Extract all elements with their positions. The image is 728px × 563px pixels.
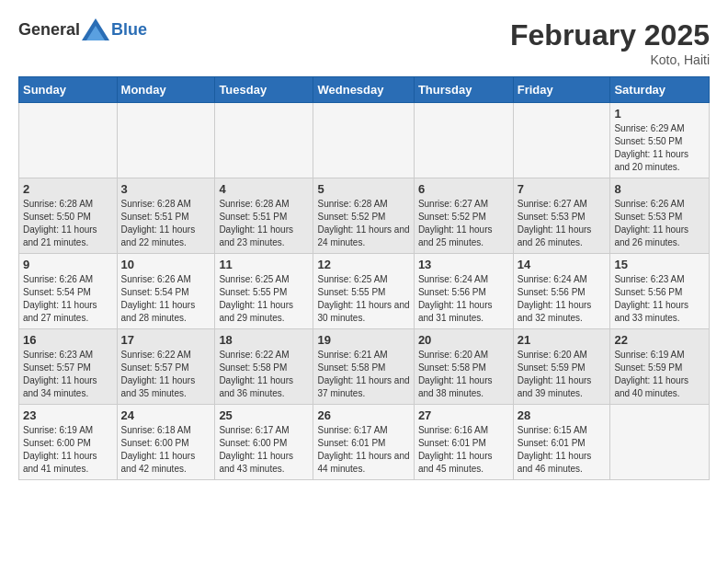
day-info: Sunrise: 6:28 AM Sunset: 5:51 PM Dayligh…	[219, 198, 309, 249]
calendar-cell	[513, 103, 610, 178]
calendar-cell: 22Sunrise: 6:19 AM Sunset: 5:59 PM Dayli…	[610, 329, 710, 405]
day-number: 6	[418, 182, 509, 196]
day-number: 24	[121, 408, 211, 422]
day-number: 15	[614, 258, 705, 271]
calendar-cell: 4Sunrise: 6:28 AM Sunset: 5:51 PM Daylig…	[215, 178, 313, 254]
day-info: Sunrise: 6:22 AM Sunset: 5:58 PM Dayligh…	[219, 349, 309, 400]
calendar-week-0: 1Sunrise: 6:29 AM Sunset: 5:50 PM Daylig…	[19, 103, 710, 178]
calendar-header-monday: Monday	[117, 77, 215, 103]
day-info: Sunrise: 6:26 AM Sunset: 5:54 PM Dayligh…	[23, 273, 113, 325]
calendar-header-friday: Friday	[513, 77, 610, 103]
day-number: 1	[614, 107, 705, 121]
month-title: February 2025	[510, 18, 710, 52]
calendar-cell	[215, 103, 313, 178]
calendar-cell: 25Sunrise: 6:17 AM Sunset: 6:00 PM Dayli…	[215, 405, 313, 480]
day-number: 16	[23, 333, 113, 347]
day-info: Sunrise: 6:24 AM Sunset: 5:56 PM Dayligh…	[418, 273, 509, 325]
day-number: 8	[614, 182, 705, 196]
logo-blue-text: Blue	[111, 20, 147, 40]
day-number: 10	[121, 258, 211, 271]
day-info: Sunrise: 6:21 AM Sunset: 5:58 PM Dayligh…	[317, 349, 409, 400]
calendar-cell	[610, 405, 710, 480]
day-number: 13	[418, 258, 509, 271]
calendar-cell: 17Sunrise: 6:22 AM Sunset: 5:57 PM Dayli…	[117, 329, 215, 405]
calendar-cell: 5Sunrise: 6:28 AM Sunset: 5:52 PM Daylig…	[313, 178, 414, 254]
calendar-cell: 21Sunrise: 6:20 AM Sunset: 5:59 PM Dayli…	[513, 329, 610, 405]
calendar-cell: 12Sunrise: 6:25 AM Sunset: 5:55 PM Dayli…	[313, 254, 414, 329]
calendar-header-saturday: Saturday	[610, 77, 710, 103]
calendar-header-wednesday: Wednesday	[313, 77, 414, 103]
calendar-cell: 3Sunrise: 6:28 AM Sunset: 5:51 PM Daylig…	[117, 178, 215, 254]
calendar-cell: 15Sunrise: 6:23 AM Sunset: 5:56 PM Dayli…	[610, 254, 710, 329]
calendar-header-sunday: Sunday	[19, 77, 118, 103]
day-number: 4	[219, 182, 309, 196]
page-header: General Blue February 2025 Koto, Haiti	[18, 18, 710, 67]
day-info: Sunrise: 6:25 AM Sunset: 5:55 PM Dayligh…	[219, 273, 309, 325]
calendar-week-2: 9Sunrise: 6:26 AM Sunset: 5:54 PM Daylig…	[19, 254, 710, 329]
day-number: 25	[219, 408, 309, 422]
logo-general-text: General	[18, 20, 80, 40]
day-info: Sunrise: 6:29 AM Sunset: 5:50 PM Dayligh…	[614, 122, 705, 174]
calendar-cell: 13Sunrise: 6:24 AM Sunset: 5:56 PM Dayli…	[414, 254, 513, 329]
day-info: Sunrise: 6:26 AM Sunset: 5:53 PM Dayligh…	[614, 198, 705, 249]
day-info: Sunrise: 6:20 AM Sunset: 5:59 PM Dayligh…	[518, 349, 607, 400]
day-info: Sunrise: 6:27 AM Sunset: 5:53 PM Dayligh…	[518, 198, 607, 249]
calendar-cell: 24Sunrise: 6:18 AM Sunset: 6:00 PM Dayli…	[117, 405, 215, 480]
calendar-cell: 28Sunrise: 6:15 AM Sunset: 6:01 PM Dayli…	[513, 405, 610, 480]
calendar-cell	[414, 103, 513, 178]
calendar-table: SundayMondayTuesdayWednesdayThursdayFrid…	[18, 76, 710, 480]
calendar-cell: 23Sunrise: 6:19 AM Sunset: 6:00 PM Dayli…	[19, 405, 118, 480]
calendar-cell: 7Sunrise: 6:27 AM Sunset: 5:53 PM Daylig…	[513, 178, 610, 254]
day-number: 18	[219, 333, 309, 347]
calendar-cell: 10Sunrise: 6:26 AM Sunset: 5:54 PM Dayli…	[117, 254, 215, 329]
day-info: Sunrise: 6:28 AM Sunset: 5:52 PM Dayligh…	[317, 198, 409, 249]
day-info: Sunrise: 6:18 AM Sunset: 6:00 PM Dayligh…	[121, 424, 211, 476]
calendar-cell: 6Sunrise: 6:27 AM Sunset: 5:52 PM Daylig…	[414, 178, 513, 254]
day-info: Sunrise: 6:20 AM Sunset: 5:58 PM Dayligh…	[418, 349, 509, 400]
day-number: 28	[518, 408, 607, 422]
logo: General Blue	[18, 18, 147, 40]
calendar-header-tuesday: Tuesday	[215, 77, 313, 103]
calendar-header-thursday: Thursday	[414, 77, 513, 103]
calendar-cell: 19Sunrise: 6:21 AM Sunset: 5:58 PM Dayli…	[313, 329, 414, 405]
day-number: 22	[614, 333, 705, 347]
calendar-cell: 18Sunrise: 6:22 AM Sunset: 5:58 PM Dayli…	[215, 329, 313, 405]
day-number: 27	[418, 408, 509, 422]
day-info: Sunrise: 6:26 AM Sunset: 5:54 PM Dayligh…	[121, 273, 211, 325]
day-info: Sunrise: 6:25 AM Sunset: 5:55 PM Dayligh…	[317, 273, 409, 325]
day-info: Sunrise: 6:23 AM Sunset: 5:56 PM Dayligh…	[614, 273, 705, 325]
calendar-cell: 11Sunrise: 6:25 AM Sunset: 5:55 PM Dayli…	[215, 254, 313, 329]
calendar-week-3: 16Sunrise: 6:23 AM Sunset: 5:57 PM Dayli…	[19, 329, 710, 405]
calendar-week-4: 23Sunrise: 6:19 AM Sunset: 6:00 PM Dayli…	[19, 405, 710, 480]
calendar-body: 1Sunrise: 6:29 AM Sunset: 5:50 PM Daylig…	[19, 103, 710, 480]
calendar-cell	[19, 103, 118, 178]
day-info: Sunrise: 6:16 AM Sunset: 6:01 PM Dayligh…	[418, 424, 509, 476]
day-number: 17	[121, 333, 211, 347]
day-number: 26	[317, 408, 409, 422]
day-number: 5	[317, 182, 409, 196]
day-info: Sunrise: 6:23 AM Sunset: 5:57 PM Dayligh…	[23, 349, 113, 400]
day-number: 23	[23, 408, 113, 422]
calendar-cell: 2Sunrise: 6:28 AM Sunset: 5:50 PM Daylig…	[19, 178, 118, 254]
calendar-cell: 16Sunrise: 6:23 AM Sunset: 5:57 PM Dayli…	[19, 329, 118, 405]
logo-icon	[82, 18, 109, 40]
day-info: Sunrise: 6:22 AM Sunset: 5:57 PM Dayligh…	[121, 349, 211, 400]
day-number: 7	[518, 182, 607, 196]
day-number: 9	[23, 258, 113, 271]
day-info: Sunrise: 6:19 AM Sunset: 6:00 PM Dayligh…	[23, 424, 113, 476]
day-number: 2	[23, 182, 113, 196]
title-block: February 2025 Koto, Haiti	[510, 18, 710, 67]
day-info: Sunrise: 6:28 AM Sunset: 5:51 PM Dayligh…	[121, 198, 211, 249]
day-info: Sunrise: 6:15 AM Sunset: 6:01 PM Dayligh…	[518, 424, 607, 476]
calendar-cell: 9Sunrise: 6:26 AM Sunset: 5:54 PM Daylig…	[19, 254, 118, 329]
day-info: Sunrise: 6:24 AM Sunset: 5:56 PM Dayligh…	[518, 273, 607, 325]
day-number: 14	[518, 258, 607, 271]
day-number: 21	[518, 333, 607, 347]
day-info: Sunrise: 6:17 AM Sunset: 6:00 PM Dayligh…	[219, 424, 309, 476]
location: Koto, Haiti	[510, 52, 710, 67]
calendar-cell	[117, 103, 215, 178]
calendar-cell: 1Sunrise: 6:29 AM Sunset: 5:50 PM Daylig…	[610, 103, 710, 178]
calendar-cell	[313, 103, 414, 178]
calendar-cell: 14Sunrise: 6:24 AM Sunset: 5:56 PM Dayli…	[513, 254, 610, 329]
calendar-cell: 27Sunrise: 6:16 AM Sunset: 6:01 PM Dayli…	[414, 405, 513, 480]
